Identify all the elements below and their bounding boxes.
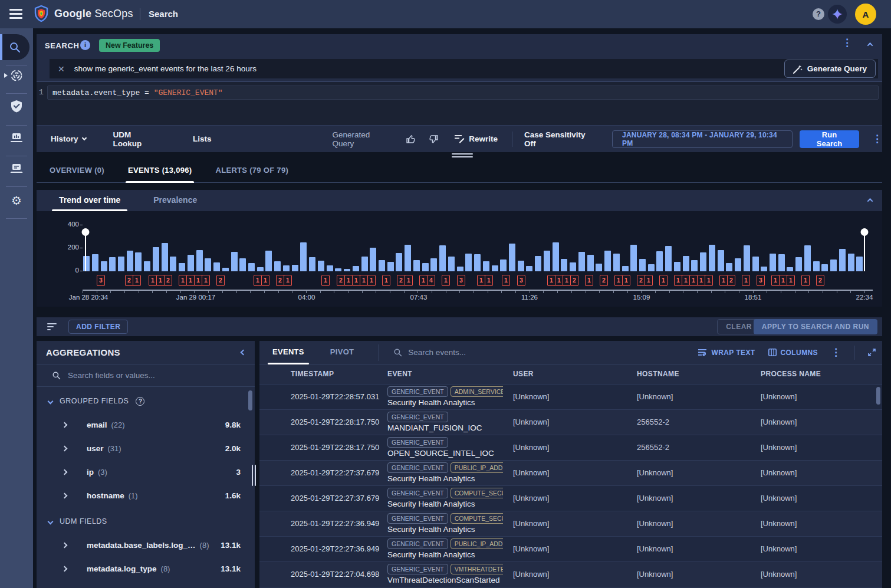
menu-icon[interactable] [9, 9, 22, 19]
aggregation-field-row[interactable]: email(22)9.8k [37, 413, 255, 436]
alert-count-badge[interactable]: 2 [276, 275, 284, 286]
trend-bar[interactable] [309, 257, 315, 271]
trend-bar[interactable] [422, 263, 429, 271]
trend-bar[interactable] [457, 267, 463, 271]
sidebar-item-investigations[interactable] [0, 64, 33, 87]
trend-bar[interactable] [153, 247, 159, 271]
alert-count-badge[interactable]: 2 [397, 275, 405, 286]
trend-bar[interactable] [509, 244, 515, 271]
table-row[interactable]: 2025-01-29T22:27:37.679GENERIC_EVENTCOMP… [259, 486, 882, 511]
tab-events-table[interactable]: EVENTS [272, 341, 304, 364]
alert-count-badge[interactable]: 1 [485, 275, 493, 286]
trend-bar[interactable] [830, 259, 837, 271]
trend-bar[interactable] [544, 251, 550, 272]
trend-bar[interactable] [735, 258, 741, 271]
alert-count-badge[interactable]: 3 [517, 275, 525, 286]
trend-bar[interactable] [109, 257, 116, 271]
sidebar-item-detections[interactable] [0, 94, 33, 118]
trend-bar[interactable] [709, 245, 715, 271]
trend-bar[interactable] [144, 261, 150, 271]
trend-bar[interactable] [856, 257, 863, 271]
alert-count-badge[interactable]: 1 [585, 275, 593, 286]
trend-bar[interactable] [787, 267, 793, 271]
trend-bar[interactable] [439, 245, 446, 271]
trend-bar[interactable] [761, 267, 767, 271]
alert-count-badge[interactable]: 4 [427, 275, 435, 286]
trend-bar[interactable] [257, 267, 264, 271]
trend-bar[interactable] [518, 261, 524, 271]
trend-bar[interactable] [465, 254, 472, 271]
column-header[interactable]: PROCESS NAME [761, 370, 821, 378]
avatar[interactable]: A [855, 4, 876, 25]
trend-bar[interactable] [674, 262, 680, 271]
table-row[interactable]: 2025-01-29T22:27:37.679GENERIC_EVENTPUBL… [259, 461, 882, 486]
trend-bar[interactable] [387, 262, 394, 271]
help-icon[interactable]: ? [136, 397, 144, 406]
trend-bar[interactable] [570, 262, 576, 271]
trend-bar[interactable] [526, 266, 532, 271]
trend-bar[interactable] [127, 251, 133, 272]
alert-count-badge[interactable]: 1 [367, 275, 376, 286]
alert-count-badge[interactable]: 2 [216, 275, 225, 286]
alert-count-badge[interactable]: 1 [360, 275, 368, 286]
trend-bar[interactable] [335, 268, 341, 271]
alert-count-badge[interactable]: 2 [337, 275, 345, 286]
tab-pivot[interactable]: PIVOT [330, 341, 354, 364]
trend-bar[interactable] [683, 256, 689, 272]
aggregations-scrollbar[interactable] [248, 390, 252, 410]
trend-bar[interactable] [535, 256, 541, 271]
sidebar-item-reports[interactable] [0, 157, 33, 180]
search-panel-menu-icon[interactable]: ⋮ [842, 40, 852, 46]
aggregation-field-row[interactable]: ip(3)3 [37, 460, 255, 484]
aggregation-field-row[interactable]: hostname(1)1.6k [37, 484, 255, 507]
trend-bar[interactable] [665, 246, 672, 271]
trend-bar[interactable] [101, 261, 107, 271]
trend-bar[interactable] [265, 251, 272, 271]
alert-count-badge[interactable]: 1 [771, 275, 780, 286]
alert-count-badge[interactable]: 2 [164, 275, 172, 286]
new-features-badge[interactable]: New Features [99, 39, 160, 52]
alert-count-badge[interactable]: 3 [757, 275, 765, 286]
alert-count-badge[interactable]: 1 [352, 275, 360, 286]
run-search-button[interactable]: Run Search [800, 130, 859, 148]
events-search-input[interactable] [408, 348, 585, 357]
alert-count-badge[interactable]: 1 [645, 275, 653, 286]
wrap-text-button[interactable]: WRAP TEXT [698, 349, 755, 357]
alert-count-badge[interactable]: 1 [502, 275, 510, 286]
columns-button[interactable]: COLUMNS [768, 349, 818, 357]
alert-count-badge[interactable]: 1 [705, 275, 713, 286]
alert-count-badge[interactable]: 1 [405, 275, 413, 286]
trend-bar[interactable] [778, 254, 785, 271]
trend-bar[interactable] [162, 243, 168, 271]
alert-count-badge[interactable]: 1 [133, 275, 141, 286]
alert-count-badge[interactable]: 1 [779, 275, 787, 286]
trend-bar[interactable] [353, 266, 359, 271]
collapse-panel-icon[interactable] [867, 42, 873, 48]
trend-bar[interactable] [83, 256, 90, 271]
alert-count-badge[interactable]: 1 [477, 275, 485, 286]
trend-bar[interactable] [596, 264, 602, 271]
add-filter-button[interactable]: ADD FILTER [68, 320, 128, 334]
trend-bar[interactable] [821, 264, 828, 271]
trend-bar[interactable] [396, 253, 402, 271]
trend-bar[interactable] [283, 265, 290, 271]
column-header[interactable]: HOSTNAME [637, 370, 679, 378]
alert-count-badge[interactable]: 2 [637, 275, 645, 286]
trend-bar[interactable] [327, 265, 333, 271]
query-code-line[interactable]: metadata.event_type = "GENERIC_EVENT" [47, 86, 879, 100]
aggregation-field-row[interactable]: user(31)2.0k [37, 436, 255, 460]
alert-count-badge[interactable]: 1 [284, 275, 292, 286]
alert-count-badge[interactable]: 1 [194, 275, 202, 286]
trend-bar[interactable] [691, 260, 698, 271]
alert-count-badge[interactable]: 1 [442, 275, 450, 286]
trend-bar[interactable] [170, 257, 176, 271]
case-sensitivity-toggle[interactable]: Case Sensitivity Off [524, 130, 596, 148]
trend-bar[interactable] [413, 260, 420, 271]
thumbs-up-icon[interactable] [406, 134, 416, 144]
gemini-sparkle-icon[interactable] [828, 5, 847, 24]
alert-count-badge[interactable]: 1 [622, 275, 630, 286]
apply-to-search-button[interactable]: APPLY TO SEARCH AND RUN [754, 319, 877, 334]
trend-bar[interactable] [248, 263, 255, 271]
alert-count-badge[interactable]: 1 [689, 275, 698, 286]
trend-bar[interactable] [770, 254, 776, 271]
